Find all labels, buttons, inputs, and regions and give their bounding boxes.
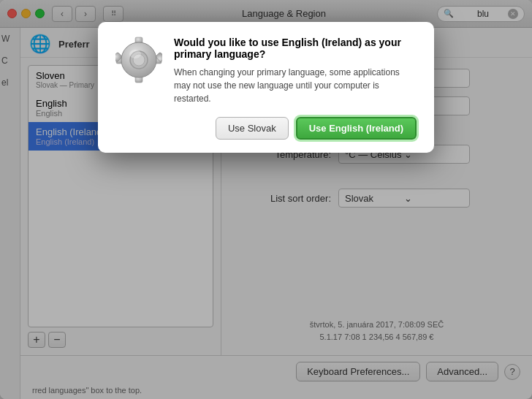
language-change-dialog: Would you like to use English (Ireland) … (98, 22, 434, 153)
dialog-text-block: Would you like to use English (Ireland) … (174, 37, 417, 105)
dialog-body: When changing your primary language, som… (174, 66, 417, 105)
main-window: ‹ › ⠿ Language & Region 🔍 blu ✕ W C el 🌐 (0, 0, 532, 399)
dialog-header: Would you like to use English (Ireland) … (115, 37, 417, 105)
dialog-buttons: Use Slovak Use English (Ireland) (115, 117, 417, 140)
dialog-overlay: Would you like to use English (Ireland) … (0, 0, 532, 399)
use-slovak-button[interactable]: Use Slovak (216, 117, 289, 140)
use-english-ireland-button[interactable]: Use English (Ireland) (296, 117, 417, 140)
dialog-title: Would you like to use English (Ireland) … (174, 37, 417, 60)
gear-icon (115, 37, 162, 83)
svg-point-11 (129, 50, 141, 58)
